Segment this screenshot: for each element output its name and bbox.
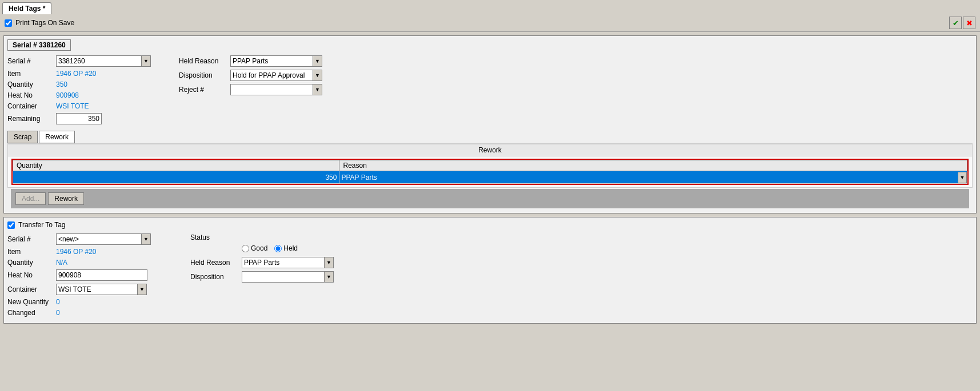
reject-wrap: ▼ [230, 84, 322, 95]
reject-row: Reject # ▼ [179, 84, 385, 95]
reason-dropdown-btn[interactable]: ▼ [958, 172, 967, 183]
t-disposition-input[interactable] [242, 271, 325, 283]
t-held-reason-wrap: ▼ [242, 257, 334, 268]
heat-value: 900908 [56, 91, 79, 99]
t-serial-dropdown[interactable]: ▼ [142, 233, 151, 245]
add-button[interactable]: Add... [15, 192, 46, 205]
heat-label: Heat No [7, 91, 56, 99]
disposition-label: Disposition [179, 71, 230, 79]
t-item-row: Item 1946 OP #20 [7, 248, 167, 256]
t-disposition-dropdown[interactable]: ▼ [325, 271, 334, 283]
item-row: Item 1946 OP #20 [7, 70, 156, 78]
left-form: Serial # ▼ Item 1946 OP #20 Quantity 350… [7, 55, 156, 127]
disposition-row: Disposition ▼ [179, 70, 385, 81]
t-changed-row: Changed 0 [7, 309, 167, 317]
scrap-tab[interactable]: Scrap [7, 131, 38, 143]
disposition-dropdown[interactable]: ▼ [313, 70, 322, 81]
held-label: Held [283, 244, 298, 252]
t-item-label: Item [7, 248, 56, 256]
rework-table-body: 350▼ [13, 171, 967, 184]
item-label: Item [7, 70, 56, 78]
quantity-label: Quantity [7, 80, 56, 88]
transfer-checkbox[interactable] [7, 221, 15, 229]
section-title: Serial # 3381260 [7, 39, 71, 51]
rework-tab[interactable]: Rework [39, 131, 75, 143]
action-bar: Add... Rework [11, 189, 969, 208]
transfer-right: Status Good Held Held Reason [190, 233, 407, 320]
disposition-input[interactable] [230, 70, 313, 81]
reject-input[interactable] [230, 84, 313, 95]
t-quantity-row: Quantity N/A [7, 259, 167, 267]
t-serial-wrap: ▼ [56, 233, 151, 245]
transfer-checkbox-row: Transfer To Tag [7, 221, 973, 229]
reject-dropdown[interactable]: ▼ [313, 84, 322, 95]
t-container-input[interactable] [56, 284, 138, 295]
t-held-reason-dropdown[interactable]: ▼ [325, 257, 334, 268]
table-row[interactable]: 350▼ [13, 171, 967, 184]
t-container-row: Container ▼ [7, 284, 167, 295]
good-radio[interactable] [242, 245, 249, 252]
t-status-label: Status [190, 233, 242, 241]
heat-row: Heat No 900908 [7, 91, 156, 99]
transfer-label: Transfer To Tag [18, 221, 66, 229]
t-heat-input[interactable] [56, 269, 147, 281]
print-on-save-checkbox[interactable] [5, 19, 12, 27]
held-reason-input[interactable] [230, 55, 313, 67]
container-row: Container WSI TOTE [7, 102, 156, 110]
t-serial-label: Serial # [7, 235, 56, 243]
serial-input[interactable] [56, 55, 142, 67]
reason-cell[interactable]: ▼ [339, 171, 967, 184]
transfer-left: Serial # ▼ Item 1946 OP #20 Quantity N/A… [7, 233, 167, 320]
t-new-quantity-row: New Quantity 0 [7, 298, 167, 306]
disposition-wrap: ▼ [230, 70, 322, 81]
quantity-row: Quantity 350 [7, 80, 156, 88]
rework-table-header-row: Quantity Reason [13, 160, 967, 171]
t-quantity-label: Quantity [7, 259, 56, 267]
t-item-value: 1946 OP #20 [56, 248, 97, 256]
rework-table: Quantity Reason 350▼ [13, 160, 967, 184]
container-value: WSI TOTE [56, 102, 89, 110]
confirm-button[interactable]: ✔ [949, 17, 962, 29]
col-quantity-header: Quantity [13, 160, 339, 171]
held-reason-label: Held Reason [179, 57, 230, 65]
t-serial-input[interactable] [56, 233, 142, 245]
t-container-dropdown[interactable]: ▼ [138, 284, 147, 295]
held-reason-wrap: ▼ [230, 55, 322, 67]
t-container-label: Container [7, 285, 56, 293]
t-quantity-value: N/A [56, 259, 67, 267]
tab-held-tags[interactable]: Held Tags * [2, 2, 51, 14]
top-toolbar: Print Tags On Save ✔ ✖ [0, 14, 980, 32]
toolbar-right: ✔ ✖ [949, 17, 975, 29]
right-form: Held Reason ▼ Disposition ▼ Reject # ▼ [179, 55, 385, 127]
rework-header: Rework [8, 144, 972, 156]
t-container-wrap: ▼ [56, 284, 147, 295]
t-held-reason-input[interactable] [242, 257, 325, 268]
good-label: Good [251, 244, 267, 252]
held-reason-row: Held Reason ▼ [179, 55, 385, 67]
serial-label: Serial # [7, 57, 56, 65]
held-radio[interactable] [274, 245, 282, 252]
transfer-form-area: Serial # ▼ Item 1946 OP #20 Quantity N/A… [7, 233, 973, 320]
reason-input[interactable] [339, 172, 958, 183]
quantity-cell: 350 [13, 171, 339, 184]
rework-table-container: Quantity Reason 350▼ [11, 159, 969, 185]
t-changed-value: 0 [56, 309, 60, 317]
good-radio-option[interactable]: Good [242, 244, 267, 252]
tab-bar: Held Tags * [0, 0, 980, 14]
rework-button[interactable]: Rework [48, 192, 84, 205]
serial-input-wrap: ▼ [56, 55, 151, 67]
remaining-row: Remaining [7, 113, 156, 124]
t-disposition-label: Disposition [190, 273, 242, 281]
col-reason-header: Reason [339, 160, 967, 171]
cancel-button[interactable]: ✖ [963, 17, 975, 29]
remaining-input[interactable] [56, 113, 102, 124]
rework-table-head: Quantity Reason [13, 160, 967, 171]
serial-row: Serial # ▼ [7, 55, 156, 67]
held-radio-option[interactable]: Held [274, 244, 298, 252]
reject-label: Reject # [179, 86, 230, 94]
toolbar-left: Print Tags On Save [5, 19, 74, 27]
held-reason-dropdown[interactable]: ▼ [313, 55, 322, 67]
t-radio-row: Good Held [242, 244, 407, 252]
serial-dropdown-btn[interactable]: ▼ [142, 55, 151, 67]
t-changed-label: Changed [7, 309, 56, 317]
